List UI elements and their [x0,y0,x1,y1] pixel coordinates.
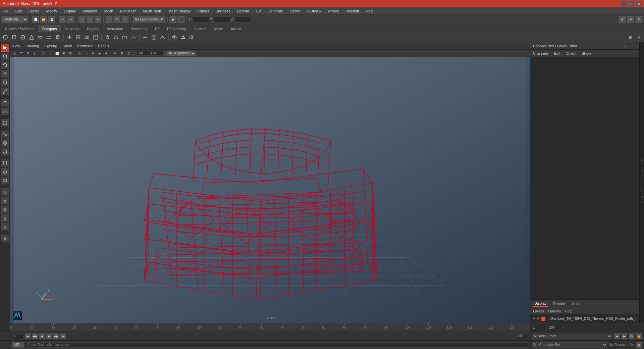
menu-file[interactable]: File [1,8,10,14]
sr-settings-btn[interactable]: ⚙ [636,342,642,348]
tab-animation[interactable]: Animation [103,26,127,32]
soft-select-btn[interactable] [1,139,9,147]
scale-tool-btn[interactable] [1,87,9,95]
history-btn[interactable] [1,148,9,156]
soft-mod-btn[interactable] [1,107,9,115]
menu-3dtoall[interactable]: -3DtoAll- [306,8,323,14]
poly-smooth-btn[interactable] [129,33,138,41]
save-file-btn[interactable]: 💾 [48,16,55,23]
cb-tab-display[interactable]: Display [533,301,548,307]
poly-plane-btn[interactable] [45,33,53,41]
poly-extrude-btn[interactable] [103,33,111,41]
poly-wedge-btn[interactable] [179,33,187,41]
poly-subdivide-btn[interactable] [74,33,82,41]
open-file-btn[interactable]: 📂 [40,16,47,23]
tab-curves-surfaces[interactable]: Curves / Surfaces [1,26,38,32]
vp-textured-btn[interactable]: ⬜ [54,50,60,56]
poly-cube-btn[interactable] [10,33,18,41]
end-frame-input[interactable] [516,334,528,339]
undo-btn[interactable]: ↩ [59,16,66,23]
scale-btn[interactable]: ⤡ [121,16,129,23]
cb-float-btn[interactable]: ⊡ [629,43,635,49]
x-input[interactable] [193,16,209,22]
live-surface-btn[interactable]: No Live Surface ▼ [132,16,166,23]
vp-snap-grid-btn[interactable]: ⊹ [76,50,83,56]
close-button[interactable]: ✕ [636,1,641,6]
maximize-button[interactable]: □ [629,1,634,6]
menu-arnold[interactable]: Arnold [327,8,340,14]
tab-custom[interactable]: Custom [190,26,210,32]
anim-layer-select[interactable]: No Anim Layer [532,334,612,339]
timeline-ruler[interactable]: 5101520253035404550556065707580859095100… [10,323,530,332]
tab-fx-caching[interactable]: FX Caching [163,26,190,32]
cb-show[interactable]: Show [582,51,591,55]
layer-btn[interactable]: ▤ [1,188,9,196]
poly-offset-btn[interactable] [150,33,158,41]
vp-layout-btn[interactable]: ⊞ [61,50,67,56]
vp-snap-point-btn[interactable]: ⊕ [90,50,96,56]
pb-play-fwd-btn[interactable]: ▶ [46,333,52,339]
poly-bevel-btn[interactable] [112,33,120,41]
vp-val1-input[interactable] [136,51,149,56]
menu-mesh[interactable]: Mesh [103,8,115,14]
poly-insert-edge-btn[interactable] [141,33,149,41]
vp-wireframe-btn[interactable]: ⬚ [41,50,47,56]
range-start-input[interactable] [532,325,547,330]
poly-cone-btn[interactable] [28,33,36,41]
tab-arnold[interactable]: Arnold [227,26,245,32]
vp-isolate-btn[interactable]: ⊡ [67,50,73,56]
menu-generate[interactable]: Generate [266,8,284,14]
menu-edit-mesh[interactable]: Edit Mesh [119,8,138,14]
layer3-btn[interactable]: ▤ [1,205,9,213]
layer4-btn[interactable]: ▤ [1,214,9,222]
viewport-3d[interactable]: X Y Z persp [10,57,530,323]
mel-python-btn[interactable]: MEL [12,342,24,348]
poly-separate-btn[interactable] [92,33,100,41]
status-message-input[interactable] [26,342,528,348]
redo-btn[interactable]: ↪ [67,16,74,23]
vp-resolution-btn[interactable]: ⊞ [119,50,125,56]
pb-anim-settings-btn[interactable]: ⚙ [629,333,635,339]
tab-sculpting[interactable]: Sculpting [61,26,83,32]
poly-select-btn[interactable] [1,33,9,41]
menu-mesh-tools[interactable]: Mesh Tools [142,8,163,14]
vp-menu-panels[interactable]: Panels [98,44,109,48]
vp-menu-shading[interactable]: Shading [25,44,39,48]
menu-curves[interactable]: Curves [196,8,210,14]
poly-torus-btn[interactable] [36,33,44,41]
vp-val2-input[interactable] [150,51,163,56]
poly-combine-btn[interactable] [83,33,91,41]
menu-display[interactable]: Display [62,8,77,14]
menu-deform[interactable]: Deform [235,8,250,14]
gamma-select[interactable]: sRGB gamma [166,51,196,56]
lasso-select-btn[interactable] [1,61,9,69]
tab-rigging[interactable]: Rigging [83,26,103,32]
tab-xgen[interactable]: XGen [210,26,227,32]
vp-gate-btn[interactable]: ◫ [126,50,132,56]
vp-menu-show[interactable]: Show [63,44,72,48]
move-tool-btn[interactable] [1,70,9,78]
poly-fill-hole-btn[interactable] [170,33,178,41]
render2-btn[interactable]: ⬛ [177,16,185,23]
tab-polygons[interactable]: Polygons [38,26,60,32]
select-tool-btn[interactable] [1,44,9,52]
vp-snap-curve-btn[interactable]: ⌇ [83,50,89,56]
menu-mesh-display[interactable]: Mesh Display [167,8,192,14]
vp-snap-surface-btn[interactable]: ◈ [97,50,103,56]
cb-object[interactable]: Object [566,51,576,55]
vp-menu-view[interactable]: View [12,44,20,48]
menu-create[interactable]: Create [27,8,41,14]
menu-modify[interactable]: Modify [45,8,58,14]
poly-grid-btn[interactable]: ▦ [626,33,634,41]
minimize-button[interactable]: ─ [621,1,627,6]
y-input[interactable] [213,16,230,22]
vp-menu-renderer[interactable]: Renderer [77,44,93,48]
vp-select-btn[interactable]: ◇ [11,50,17,56]
menu-uv[interactable]: UV [254,8,262,14]
cb-help[interactable]: Help [565,309,573,313]
vp-snap-view-btn[interactable]: ⊗ [103,50,109,56]
cb-channels[interactable]: Channels [533,51,548,55]
rotate-btn[interactable]: ↻ [113,16,121,23]
menu-edit[interactable]: Edit [14,8,23,14]
tab-rendering[interactable]: Rendering [127,26,151,32]
